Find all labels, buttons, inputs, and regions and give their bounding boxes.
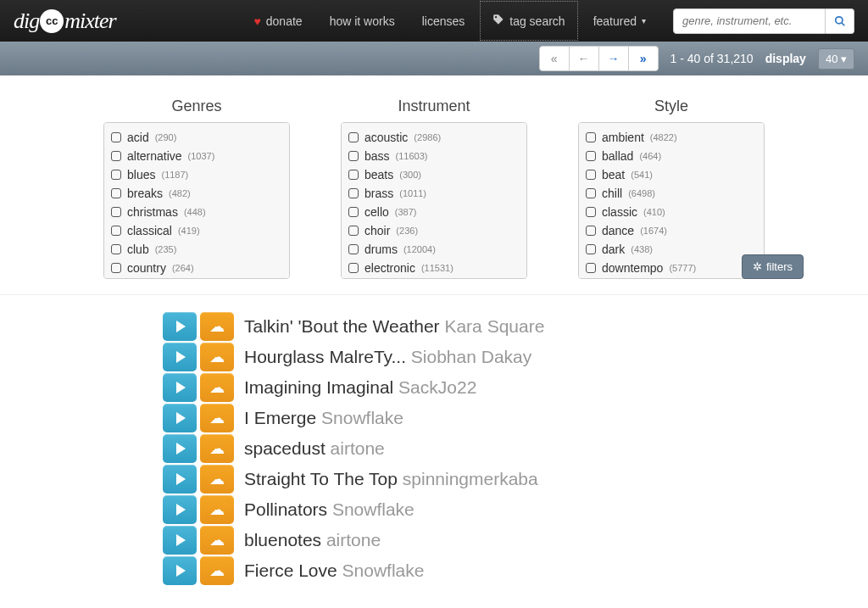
search-button[interactable] — [826, 8, 854, 34]
track-artist: airtone — [326, 530, 381, 549]
download-button[interactable]: ☁ — [200, 465, 234, 494]
instrument-item[interactable]: drums(12004) — [348, 240, 520, 259]
search-icon — [834, 15, 846, 27]
style-item[interactable]: ambient(4822) — [586, 128, 757, 147]
checkbox-icon — [111, 226, 121, 236]
genres-item[interactable]: blues(1187) — [111, 165, 282, 184]
filter-genres-box[interactable]: acid(290)alternative(1037)blues(1187)bre… — [103, 122, 290, 279]
instrument-item[interactable]: brass(1011) — [348, 184, 520, 203]
play-button[interactable] — [163, 526, 197, 555]
pager-last[interactable]: » — [628, 46, 659, 71]
play-button[interactable] — [163, 465, 197, 494]
download-button[interactable]: ☁ — [200, 495, 234, 524]
nav-tag-search[interactable]: tag search — [480, 1, 577, 41]
filter-item-label: dark — [602, 243, 625, 256]
nav-featured-label: featured — [593, 14, 637, 28]
download-button[interactable]: ☁ — [200, 312, 234, 341]
track-text[interactable]: spacedust airtone — [244, 438, 385, 459]
filter-item-count: (5777) — [669, 263, 696, 273]
track-row: ☁Imagining Imaginal SackJo22 — [163, 373, 705, 402]
filter-item-label: acid — [127, 131, 149, 144]
filter-item-count: (464) — [639, 151, 661, 161]
checkbox-icon — [348, 188, 359, 198]
play-button[interactable] — [163, 312, 197, 341]
download-button[interactable]: ☁ — [200, 404, 234, 432]
style-item[interactable]: classic(410) — [586, 203, 757, 221]
logo[interactable]: dig cc mixter — [14, 8, 116, 34]
nav-licenses[interactable]: licenses — [410, 3, 477, 40]
track-text[interactable]: Pollinators Snowflake — [244, 499, 415, 520]
filter-instrument-box[interactable]: acoustic(2986)bass(11603)beats(300)brass… — [341, 122, 527, 279]
genres-item[interactable]: country(264) — [111, 259, 282, 277]
play-button[interactable] — [163, 556, 197, 585]
genres-item[interactable]: alternative(1037) — [111, 147, 282, 165]
style-item[interactable]: beat(541) — [586, 165, 757, 184]
genres-item[interactable]: classical(419) — [111, 221, 282, 240]
filter-item-label: classical — [127, 224, 172, 237]
track-text[interactable]: Imagining Imaginal SackJo22 — [244, 377, 476, 398]
track-text[interactable]: Straight To The Top spinningmerkaba — [244, 469, 538, 489]
filter-item-label: dance — [602, 224, 634, 237]
track-artist: Siobhan Dakay — [411, 347, 531, 366]
display-select[interactable]: 40 ▾ — [818, 48, 854, 70]
download-button[interactable]: ☁ — [200, 526, 234, 555]
style-item[interactable]: ballad(464) — [586, 147, 757, 165]
nav-featured[interactable]: featured ▾ — [581, 3, 658, 40]
play-button[interactable] — [163, 373, 197, 402]
genres-item[interactable]: christmas(448) — [111, 203, 282, 221]
nav-how-it-works[interactable]: how it works — [318, 3, 407, 40]
track-row: ☁I Emerge Snowflake — [163, 404, 705, 432]
play-button[interactable] — [163, 404, 197, 432]
pager-first[interactable]: « — [539, 46, 570, 71]
track-text[interactable]: Hourglass MalreTy... Siobhan Dakay — [244, 347, 531, 367]
pager-next[interactable]: → — [598, 46, 629, 71]
style-item[interactable]: dark(438) — [586, 240, 757, 259]
play-icon — [176, 321, 186, 332]
nav: ♥ donate how it works licenses tag searc… — [242, 1, 854, 41]
filter-item-count: (290) — [155, 132, 177, 142]
download-button[interactable]: ☁ — [200, 556, 234, 585]
download-button[interactable]: ☁ — [200, 373, 234, 402]
instrument-item[interactable]: acoustic(2986) — [348, 128, 520, 147]
instrument-item[interactable]: choir(236) — [348, 221, 520, 240]
track-title: Talkin' 'Bout the Weather — [244, 316, 444, 336]
instrument-item[interactable]: electronic(11531) — [348, 259, 520, 277]
instrument-item[interactable]: bass(11603) — [348, 147, 520, 165]
checkbox-icon — [348, 151, 359, 161]
svg-point-0 — [835, 16, 842, 23]
filter-item-count: (419) — [178, 226, 200, 236]
tag-icon — [492, 14, 504, 28]
style-item[interactable]: chill(6498) — [586, 184, 757, 203]
filter-style-box[interactable]: ambient(4822)ballad(464)beat(541)chill(6… — [578, 122, 765, 279]
filter-item-count: (235) — [155, 244, 177, 254]
filter-item-label: choir — [364, 224, 390, 237]
genres-item[interactable]: club(235) — [111, 240, 282, 259]
nav-donate[interactable]: ♥ donate — [242, 3, 314, 40]
checkbox-icon — [586, 207, 596, 217]
checkbox-icon — [111, 244, 121, 254]
double-chevron-right-icon: » — [640, 52, 647, 65]
play-button[interactable] — [163, 495, 197, 524]
instrument-item[interactable]: cello(387) — [348, 203, 520, 221]
download-button[interactable]: ☁ — [200, 343, 234, 371]
instrument-item[interactable]: beats(300) — [348, 165, 520, 184]
filter-item-count: (11603) — [396, 151, 428, 161]
track-text[interactable]: Talkin' 'Bout the Weather Kara Square — [244, 316, 544, 337]
style-item[interactable]: downtempo(5777) — [586, 259, 757, 277]
track-text[interactable]: bluenotes airtone — [244, 530, 381, 550]
double-chevron-left-icon: « — [551, 52, 558, 65]
style-item[interactable]: dance(1674) — [586, 221, 757, 240]
search-input[interactable] — [673, 8, 826, 34]
genres-item[interactable]: breaks(482) — [111, 184, 282, 203]
track-artist: SackJo22 — [398, 377, 476, 397]
pager-prev[interactable]: ← — [569, 46, 599, 71]
filters-button[interactable]: ✲ filters — [742, 254, 804, 279]
play-button[interactable] — [163, 434, 197, 463]
filter-item-label: downtempo — [602, 261, 663, 275]
play-button[interactable] — [163, 343, 197, 371]
track-artist: airtone — [331, 438, 385, 458]
track-text[interactable]: I Emerge Snowflake — [244, 408, 403, 428]
track-text[interactable]: Fierce Love Snowflake — [244, 561, 424, 581]
download-button[interactable]: ☁ — [200, 434, 234, 463]
genres-item[interactable]: acid(290) — [111, 128, 282, 147]
